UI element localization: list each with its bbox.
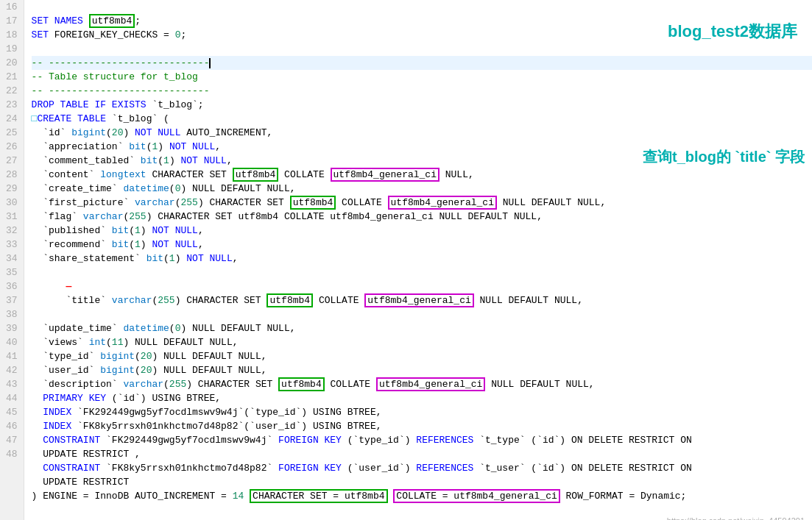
code-line-21: -- Table structure for t_blog (32, 70, 812, 84)
code-line-30: `first_picture` varchar(255) CHARACTER S… (32, 196, 812, 210)
code-line-29: `create_time` datetime(0) NULL DEFAULT N… (32, 182, 812, 196)
code-line-45b: UPDATE RESTRICT (32, 475, 812, 489)
code-line-41: PRIMARY KEY (`id`) USING BTREE, (32, 391, 812, 405)
code-line-22: -- ---------------------------- (32, 84, 812, 98)
code-line-44: CONSTRAINT `FK292449gwg5yf7ocdlmswv9w4j`… (32, 433, 812, 447)
code-area: SET NAMES utf8mb4; SET FOREIGN_KEY_CHECK… (24, 0, 812, 520)
code-line-39: `user_id` bigint(20) NULL DEFAULT NULL, (32, 363, 812, 377)
code-line-38: `type_id` bigint(20) NULL DEFAULT NULL, (32, 349, 812, 363)
code-line-45: CONSTRAINT `FK8ky5rrsxh01nkhctmo7d48p82`… (32, 461, 812, 475)
code-line-46: ) ENGINE = InnoDB AUTO_INCREMENT = 14 CH… (32, 489, 812, 503)
code-line-28: `content` longtext CHARACTER SET utf8mb4… (32, 168, 812, 182)
code-line-47 (32, 503, 812, 517)
code-line-25: `id` bigint(20) NOT NULL AUTO_INCREMENT, (32, 126, 812, 140)
code-line-20: -- ---------------------------- (32, 56, 812, 70)
code-line-37: `views` int(11) NULL DEFAULT NULL, (32, 335, 812, 349)
editor-window: 16 17 18 19 20 21 22 23 24 25 26 27 28 2… (0, 0, 812, 520)
code-line-23: DROP TABLE IF EXISTS `t_blog`; (32, 98, 812, 112)
code-line-43: INDEX `FK8ky5rrsxh01nkhctmo7d48p82`(`use… (32, 419, 812, 433)
code-line-35: — `title` varchar(255) CHARACTER SET utf… (32, 266, 812, 321)
code-line-19 (32, 42, 812, 56)
code-line-44b: UPDATE RESTRICT , (32, 447, 812, 461)
code-line-34: `share_statement` bit(1) NOT NULL, (32, 252, 812, 266)
code-line-32: `published` bit(1) NOT NULL, (32, 224, 812, 238)
annotation-title: blog_test2数据库 (668, 21, 797, 43)
code-line-24: □CREATE TABLE `t_blog` ( (32, 112, 812, 126)
annotation-subtitle: 查询t_blog的 `title` 字段 (643, 147, 805, 167)
code-line-31: `flag` varchar(255) CHARACTER SET utf8mb… (32, 210, 812, 224)
code-line-42: INDEX `FK292449gwg5yf7ocdlmswv9w4j`(`typ… (32, 405, 812, 419)
watermark: https://blog.csdn.net/weixin_44594201 (667, 516, 805, 520)
code-line-36: `update_time` datetime(0) NULL DEFAULT N… (32, 321, 812, 335)
code-line-33: `recommend` bit(1) NOT NULL, (32, 238, 812, 252)
code-line-16 (32, 0, 812, 14)
line-numbers: 16 17 18 19 20 21 22 23 24 25 26 27 28 2… (0, 0, 24, 520)
code-line-40: `description` varchar(255) CHARACTER SET… (32, 377, 812, 391)
